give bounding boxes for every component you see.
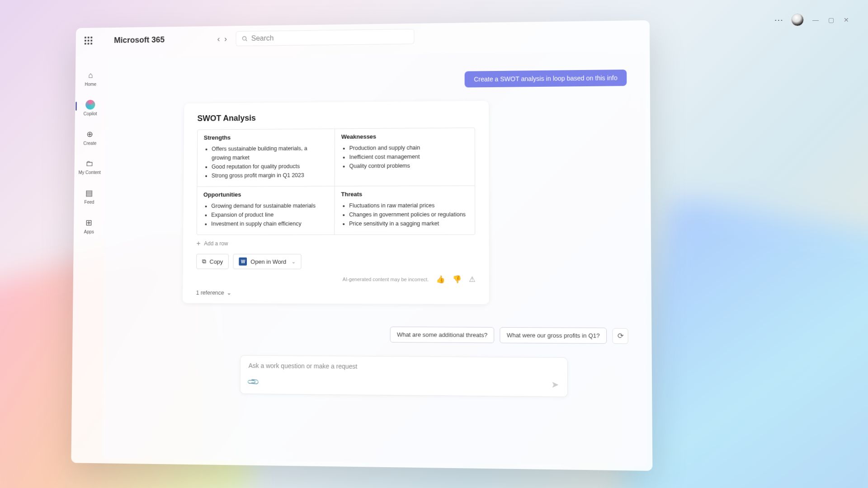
copy-button[interactable]: ⧉ Copy [196, 254, 229, 269]
sidebar-item-label: Create [83, 141, 96, 146]
search-placeholder: Search [251, 34, 274, 42]
svg-point-0 [243, 37, 246, 40]
send-icon[interactable]: ➤ [551, 379, 559, 390]
chat-input-placeholder: Ask a work question or make a request [249, 362, 559, 371]
sidebar-item-my-content[interactable]: 🗀 My Content [79, 159, 101, 175]
sidebar-item-label: Copilot [84, 111, 97, 116]
folder-icon: 🗀 [86, 159, 94, 169]
swot-strengths-cell[interactable]: Strengths Offers sustainable building ma… [197, 129, 335, 187]
search-icon [241, 35, 248, 42]
sidebar: ⌂ Home Copilot ⊕ Create 🗀 My Content ▤ F… [71, 53, 106, 464]
suggestion-pill[interactable]: What were our gross profits in Q1? [500, 327, 607, 344]
response-card: SWOT Analysis Strengths Offers sustainab… [183, 101, 489, 304]
app-launcher-icon[interactable] [85, 37, 92, 45]
quadrant-heading: Opportunities [203, 191, 328, 198]
app-window: Microsoft 365 ‹ › Search ⌂ Home Copilot … [71, 20, 652, 471]
chevron-down-icon: ⌄ [292, 258, 296, 264]
more-icon[interactable]: ⋯ [774, 14, 783, 25]
quadrant-heading: Strengths [204, 133, 328, 141]
references-label: 1 reference [196, 290, 224, 296]
swot-item: Fluctuations in raw material prices [349, 201, 468, 211]
sidebar-item-label: My Content [79, 170, 101, 175]
swot-item: Quality control problems [349, 161, 468, 170]
search-input[interactable]: Search [236, 29, 415, 47]
close-button[interactable]: ✕ [843, 16, 850, 23]
swot-item: Good reputation for quality products [212, 162, 328, 171]
ai-disclaimer: AI-generated content may be incorrect. [343, 276, 429, 282]
add-row-button[interactable]: + Add a row [196, 239, 475, 248]
sidebar-item-home[interactable]: ⌂ Home [85, 71, 96, 87]
report-icon[interactable]: ⚠ [469, 275, 475, 283]
word-icon: W [239, 258, 247, 266]
minimize-button[interactable]: — [812, 16, 819, 23]
swot-item: Price sensitivity in a sagging market [349, 219, 468, 228]
swot-item: Growing demand for sustainable materials [211, 201, 328, 210]
sidebar-item-label: Home [85, 82, 96, 87]
refresh-suggestions-button[interactable]: ⟳ [612, 328, 628, 344]
sidebar-item-create[interactable]: ⊕ Create [83, 129, 96, 145]
chevron-down-icon: ⌄ [227, 289, 232, 296]
swot-item: Offers sustainable building materials, a… [212, 144, 328, 162]
swot-threats-cell[interactable]: Threats Fluctuations in raw material pri… [335, 186, 475, 235]
swot-weaknesses-cell[interactable]: Weaknesses Production and supply chain I… [335, 128, 475, 186]
sidebar-item-copilot[interactable]: Copilot [84, 100, 97, 116]
thumbs-down-icon[interactable]: 👎 [453, 275, 462, 283]
chat-input[interactable]: Ask a work question or make a request 📎 … [240, 355, 568, 397]
swot-item: Strong gross profit margin in Q1 2023 [212, 171, 328, 180]
references-toggle[interactable]: 1 reference ⌄ [196, 289, 476, 297]
add-row-label: Add a row [204, 240, 228, 247]
avatar[interactable] [791, 14, 804, 26]
sidebar-item-label: Feed [84, 200, 94, 205]
swot-table: Strengths Offers sustainable building ma… [197, 127, 476, 235]
attach-icon[interactable]: 📎 [246, 375, 260, 389]
quadrant-heading: Threats [341, 190, 468, 197]
app-title: Microsoft 365 [114, 35, 165, 45]
swot-item: Changes in government policies or regula… [349, 210, 468, 219]
nav-forward-icon[interactable]: › [224, 34, 227, 44]
nav-back-icon[interactable]: ‹ [217, 34, 220, 44]
suggestion-pill[interactable]: What are some additional threats? [390, 327, 495, 343]
user-prompt-bubble: Create a SWOT analysis in loop based on … [465, 70, 627, 88]
chat-content: Create a SWOT analysis in loop based on … [102, 51, 647, 466]
svg-line-1 [246, 40, 247, 41]
open-in-word-button[interactable]: W Open in Word ⌄ [233, 254, 302, 269]
create-icon: ⊕ [87, 129, 94, 139]
home-icon: ⌂ [88, 71, 93, 80]
copy-label: Copy [209, 258, 223, 265]
sidebar-item-apps[interactable]: ⊞ Apps [84, 218, 94, 234]
maximize-button[interactable]: ▢ [827, 16, 835, 23]
sidebar-item-feed[interactable]: ▤ Feed [84, 188, 94, 204]
quadrant-heading: Weaknesses [341, 132, 468, 140]
feed-icon: ▤ [85, 188, 93, 198]
apps-icon: ⊞ [86, 218, 93, 228]
refresh-icon: ⟳ [617, 331, 623, 340]
copy-icon: ⧉ [202, 258, 206, 265]
sidebar-item-label: Apps [84, 230, 94, 235]
swot-item: Investment in supply chain efficiency [211, 219, 328, 228]
copilot-icon [85, 100, 95, 110]
thumbs-up-icon[interactable]: 👍 [436, 275, 445, 283]
swot-item: Production and supply chain [349, 143, 468, 152]
plus-icon: + [196, 239, 200, 248]
swot-item: Expansion of product line [211, 210, 328, 219]
swot-item: Inefficient cost management [349, 152, 468, 161]
open-word-label: Open in Word [250, 258, 286, 265]
swot-opportunities-cell[interactable]: Opportunities Growing demand for sustain… [197, 186, 335, 235]
card-title: SWOT Analysis [197, 112, 475, 123]
